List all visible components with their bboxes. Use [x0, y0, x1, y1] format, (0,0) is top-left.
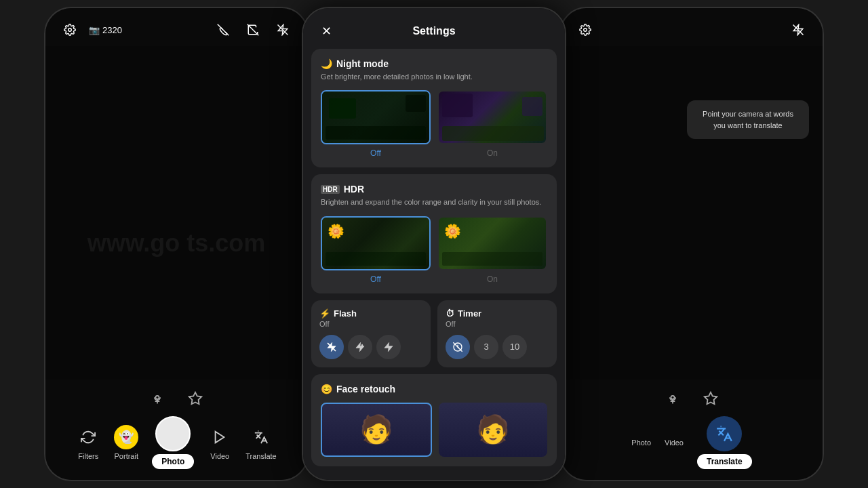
night-off-option[interactable]: Off [321, 90, 431, 158]
right-viewfinder: Point your camera at words you want to t… [561, 46, 823, 380]
right-settings-icon[interactable] [574, 19, 596, 41]
face-retouch-card: 😊 Face retouch 🧑 🧑 [311, 374, 557, 466]
night-mode-toggles: Off On [321, 90, 547, 158]
night-off-label: Off [370, 148, 381, 158]
svg-marker-6 [189, 392, 201, 404]
mode-filters[interactable]: Filters [76, 425, 100, 460]
right-icons-row [561, 388, 823, 409]
flash-icon: ⚡ [319, 308, 330, 319]
flash-title: ⚡ Flash [319, 308, 422, 319]
right-mode-translate[interactable]: Translate [697, 416, 752, 469]
timer-options: 3 10 [446, 335, 549, 359]
svg-point-15 [584, 28, 587, 32]
settings-icon[interactable] [59, 19, 81, 41]
hdr-icon: HDR [321, 185, 340, 194]
right-top-bar [561, 8, 823, 46]
filters-label: Filters [78, 452, 98, 460]
hdr-on-image: 🌼 [437, 216, 547, 270]
hdr-off-label: Off [370, 274, 381, 284]
video-label: Video [210, 452, 229, 460]
mode-translate-left[interactable]: Translate [245, 425, 276, 460]
timer-3-btn[interactable]: 3 [474, 335, 498, 359]
night-mode-card: 🌙 Night mode Get brighter, more detailed… [311, 49, 557, 167]
flash-on-btn[interactable] [376, 335, 401, 359]
face-retouch-images: 🧑 🧑 [321, 403, 547, 457]
flash-auto-btn[interactable]: A [348, 335, 372, 359]
night-on-image [437, 90, 547, 144]
svg-point-18 [671, 396, 675, 399]
no-call-icon[interactable] [212, 19, 234, 41]
right-video-label: Video [665, 439, 684, 447]
svg-point-0 [68, 28, 72, 32]
timer-off-btn[interactable] [446, 335, 470, 359]
camera-viewfinder: www.go ts.com [45, 46, 307, 380]
mode-photo[interactable]: Photo [152, 416, 194, 469]
right-mode-photo[interactable]: Photo [631, 439, 651, 447]
right-flash-off-icon[interactable] [787, 19, 809, 41]
right-lens-icon[interactable] [700, 388, 722, 409]
middle-phone: ✕ Settings 🌙 Night mode Get brighter, mo… [302, 7, 566, 481]
photo-label: Photo [152, 454, 194, 469]
night-mode-title: 🌙 Night mode [321, 58, 547, 69]
hdr-toggles: 🌼 Off 🌼 On [321, 216, 547, 284]
flash-value: Off [319, 320, 422, 328]
hdr-card: HDR HDR Brighten and expand the color ra… [311, 174, 557, 293]
right-phone: Point your camera at words you want to t… [559, 7, 824, 481]
hdr-off-option[interactable]: 🌼 Off [321, 216, 431, 284]
hdr-off-image: 🌼 [321, 216, 431, 270]
right-translate-label: Translate [697, 454, 752, 469]
face-retouch-on[interactable]: 🧑 [439, 403, 547, 457]
face-retouch-off[interactable]: 🧑 [321, 403, 432, 457]
portrait-label: Portrait [115, 452, 138, 460]
face-retouch-title: 😊 Face retouch [321, 384, 547, 394]
settings-title: Settings [412, 25, 455, 37]
svg-marker-12 [384, 342, 393, 351]
svg-line-2 [248, 24, 259, 36]
timer-title: ⏱ Timer [446, 308, 549, 319]
hdr-on-option[interactable]: 🌼 On [437, 216, 547, 284]
flash-card: ⚡ Flash Off [311, 300, 431, 367]
mode-video[interactable]: Video [208, 425, 232, 460]
translate-label-left: Translate [245, 452, 276, 460]
lens-icon[interactable] [184, 388, 206, 409]
flash-options: A [319, 335, 422, 359]
settings-header: ✕ Settings [303, 8, 565, 49]
right-photo-label: Photo [631, 439, 651, 447]
bottom-icons-row [45, 388, 307, 409]
timer-icon: ⏱ [446, 308, 454, 319]
right-mode-video[interactable]: Video [665, 439, 684, 447]
night-on-option[interactable]: On [437, 90, 547, 158]
night-on-label: On [487, 148, 498, 158]
bottom-controls: Filters 👻 Portrait Photo [45, 380, 307, 480]
mode-buttons-row: Filters 👻 Portrait Photo [45, 416, 307, 469]
svg-text:A: A [361, 344, 363, 348]
flash-timer-row: ⚡ Flash Off [311, 300, 557, 367]
close-button[interactable]: ✕ [317, 22, 336, 41]
photo-count: 📷 2320 [89, 25, 122, 35]
night-off-image [321, 90, 431, 144]
timer-10-btn[interactable]: 10 [502, 335, 527, 359]
night-mode-desc: Get brighter, more detailed photos in lo… [321, 72, 547, 82]
audio-icon[interactable] [146, 388, 168, 409]
hdr-on-label: On [487, 274, 498, 284]
right-audio-icon[interactable] [662, 388, 684, 409]
left-phone: 📷 2320 [44, 7, 309, 481]
timer-value: Off [446, 320, 549, 328]
no-camera-icon[interactable] [242, 19, 264, 41]
hdr-desc: Brighten and expand the color range and … [321, 197, 547, 207]
left-top-bar: 📷 2320 [45, 8, 307, 46]
flash-off-btn[interactable] [319, 335, 344, 359]
translate-bubble: Point your camera at words you want to t… [687, 100, 809, 139]
moon-icon: 🌙 [321, 58, 332, 69]
svg-marker-7 [216, 432, 224, 443]
timer-card: ⏱ Timer Off 3 [437, 300, 557, 367]
right-bottom: Photo Video Translate [561, 380, 823, 480]
watermark: www.go ts.com [87, 229, 266, 258]
flash-off-icon[interactable] [272, 19, 294, 41]
hdr-title: HDR HDR [321, 184, 547, 195]
settings-scroll: 🌙 Night mode Get brighter, more detailed… [303, 49, 565, 480]
svg-point-5 [156, 396, 159, 399]
right-modes-row: Photo Video Translate [561, 416, 823, 469]
face-retouch-icon: 😊 [321, 384, 332, 394]
mode-portrait[interactable]: 👻 Portrait [114, 425, 138, 460]
